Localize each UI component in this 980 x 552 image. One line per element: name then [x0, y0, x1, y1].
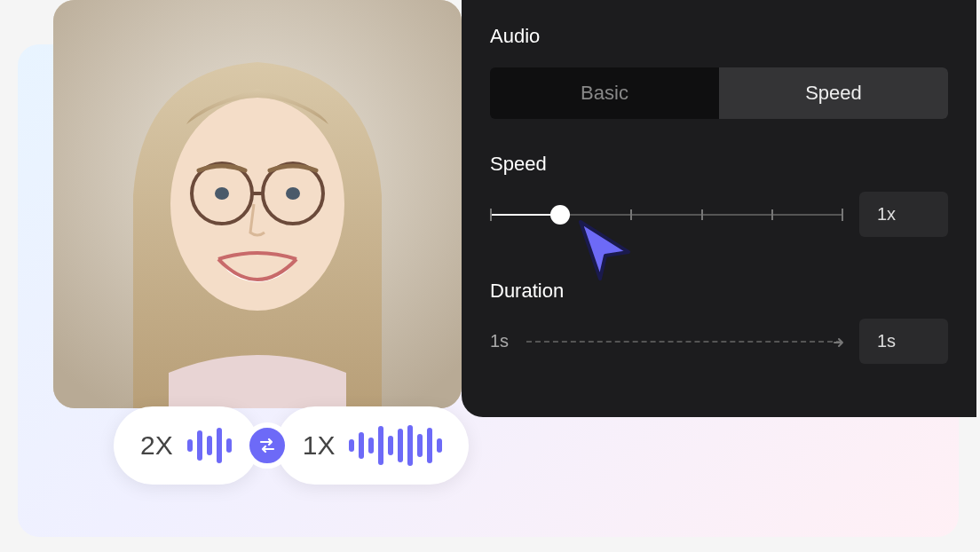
speed-value[interactable]: 1x [859, 192, 948, 237]
video-preview[interactable] [53, 0, 462, 408]
swap-icon [244, 422, 290, 469]
pill-2x: 2X [114, 406, 258, 485]
arrow-right-icon [833, 336, 845, 352]
panel-title: Audio [462, 25, 976, 67]
duration-row: 1s 1s [462, 319, 976, 364]
speed-slider-thumb[interactable] [550, 205, 570, 225]
duration-label: Duration [462, 280, 976, 319]
speed-slider-row: 1x [462, 192, 976, 237]
svg-point-5 [215, 187, 229, 200]
preview-image [53, 0, 462, 408]
pill-1x: 1X [276, 406, 470, 485]
speed-compare-pills: 2X 1X [114, 406, 469, 485]
duration-value[interactable]: 1s [859, 319, 948, 364]
duration-from: 1s [490, 331, 509, 351]
tab-speed[interactable]: Speed [719, 67, 948, 119]
cursor-icon [575, 218, 639, 282]
tab-bar: Basic Speed [490, 67, 948, 119]
waveform-1x-icon [349, 425, 442, 466]
waveform-2x-icon [187, 428, 232, 463]
speed-label: Speed [462, 153, 976, 192]
audio-panel: Audio Basic Speed Speed 1x Duration [462, 0, 976, 417]
duration-arrow-line [526, 341, 842, 343]
pill-2x-label: 2X [140, 430, 173, 461]
speed-slider[interactable] [490, 202, 842, 227]
pill-1x-label: 1X [303, 430, 336, 461]
tab-basic[interactable]: Basic [490, 67, 719, 119]
svg-point-6 [286, 187, 300, 200]
